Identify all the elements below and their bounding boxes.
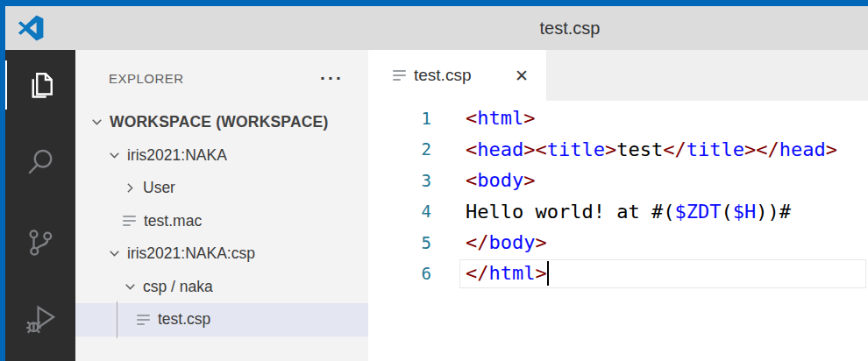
activity-source-control-button[interactable] [5, 218, 75, 267]
code-line-2[interactable]: 2<head><title>test</title></head> [368, 134, 868, 166]
vscode-window: test.csp [0, 0, 868, 361]
explorer-sidebar: EXPLORER ··· WORKSPACE (WORKSPACE)iris20… [75, 50, 368, 361]
tree-item-label: WORKSPACE (WORKSPACE) [110, 113, 329, 131]
chevron-right-icon [123, 180, 138, 195]
line-content: <head><title>test</title></head> [466, 138, 837, 160]
file-icon [393, 67, 407, 83]
activity-search-button[interactable] [5, 138, 75, 187]
code-line-6[interactable]: 6</html> [368, 258, 868, 290]
close-tab-button[interactable]: ✕ [515, 66, 529, 85]
file-icon [123, 213, 137, 229]
files-icon [25, 69, 56, 101]
sidebar-title: EXPLORER [109, 71, 184, 86]
line-number: 2 [368, 139, 431, 159]
line-content: <body> [466, 169, 535, 191]
chevron-down-icon [107, 246, 122, 261]
tree-item-iris2021-naka-csp[interactable]: iris2021:NAKA:csp [75, 237, 368, 271]
activity-run-debug-button[interactable] [5, 295, 75, 344]
tree-item-label: User [143, 179, 175, 197]
source-control-icon [25, 227, 56, 258]
chevron-down-icon [107, 148, 122, 163]
tab-label: test.csp [414, 66, 471, 85]
chevron-down-icon [123, 280, 138, 294]
line-number: 3 [368, 171, 431, 190]
code-editor[interactable]: 1<html>2<head><title>test</title></head>… [368, 101, 868, 361]
tree-item-test-mac[interactable]: test.mac [75, 205, 368, 238]
activity-explorer-button[interactable] [5, 60, 75, 110]
code-line-5[interactable]: 5</body> [368, 227, 868, 258]
tab-bar: test.csp ✕ [368, 50, 868, 101]
tree-item-workspace-workspace-[interactable]: WORKSPACE (WORKSPACE) [75, 106, 368, 139]
line-content: </html> [466, 261, 549, 286]
tab-test-csp[interactable]: test.csp ✕ [368, 50, 547, 101]
tree-item-test-csp[interactable]: test.csp [75, 303, 368, 336]
line-content: </body> [466, 231, 547, 253]
code-line-3[interactable]: 3<body> [368, 165, 868, 196]
line-content: <html> [466, 107, 535, 129]
line-number: 6 [368, 264, 431, 283]
chevron-down-icon [89, 115, 104, 130]
search-icon [25, 146, 56, 178]
line-number: 5 [368, 233, 431, 252]
active-view-indicator [5, 60, 7, 110]
debug-icon [24, 303, 57, 336]
more-actions-button[interactable]: ··· [320, 74, 344, 82]
file-tree: WORKSPACE (WORKSPACE)iris2021:NAKAUserte… [75, 106, 368, 336]
tree-item-label: test.csp [158, 310, 210, 329]
code-line-1[interactable]: 1<html> [368, 103, 868, 134]
title-bar: test.csp [5, 6, 868, 50]
tree-item-iris2021-naka[interactable]: iris2021:NAKA [75, 139, 368, 173]
sidebar-header: EXPLORER ··· [75, 50, 368, 106]
line-content: Hello world! at #($ZDT($H))# [466, 201, 791, 223]
tree-item-label: test.mac [144, 212, 202, 230]
editor-group: test.csp ✕ 1<html>2<head><title>test</ti… [368, 50, 868, 361]
tree-item-label: iris2021:NAKA:csp [127, 244, 255, 263]
workbench: EXPLORER ··· WORKSPACE (WORKSPACE)iris20… [5, 50, 868, 361]
tree-item-user[interactable]: User [75, 172, 368, 205]
tree-item-label: csp / naka [143, 278, 213, 296]
vscode-logo-icon [18, 15, 44, 41]
text-cursor [547, 261, 550, 286]
activity-bar [5, 50, 75, 361]
tree-item-csp-naka[interactable]: csp / naka [75, 271, 368, 304]
line-number: 1 [368, 109, 431, 128]
file-icon [137, 312, 151, 328]
tree-item-label: iris2021:NAKA [127, 146, 227, 165]
indent-guide [117, 301, 117, 338]
window-title: test.csp [540, 18, 601, 39]
line-number: 4 [368, 202, 431, 221]
code-line-4[interactable]: 4Hello world! at #($ZDT($H))# [368, 196, 868, 228]
